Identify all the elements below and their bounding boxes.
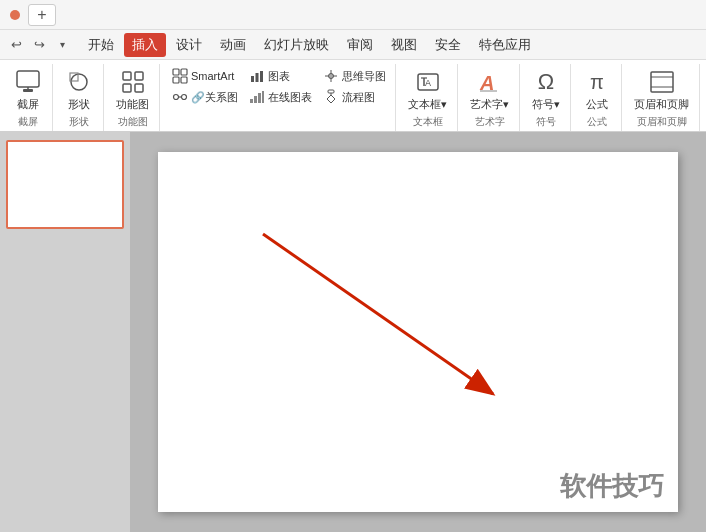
smartart-icon: [171, 67, 189, 85]
online-chart-label: 在线图表: [268, 90, 312, 105]
title-bar: +: [0, 0, 706, 30]
svg-point-3: [71, 74, 87, 90]
ribbon-group-label-symbol: 符号: [528, 115, 564, 131]
ribbon-group-label-textbox: 文本框: [404, 115, 451, 131]
chart-button[interactable]: 图表: [245, 66, 315, 86]
ribbon-group-label-funcchart: 功能图: [112, 115, 153, 131]
textbox-label: 文本框▾: [408, 98, 447, 111]
relation-button[interactable]: 🔗关系图: [168, 87, 241, 107]
ribbon-group-header: 页眉和页脚 页眉和页脚: [624, 64, 700, 131]
shape-label: 形状: [68, 98, 90, 111]
svg-rect-18: [260, 71, 263, 82]
symbol-icon: Ω: [532, 68, 560, 96]
main-area: 软件技巧: [0, 132, 706, 532]
svg-text:A: A: [425, 78, 431, 88]
canvas-area[interactable]: 软件技巧: [130, 132, 706, 532]
flowchart-button[interactable]: 流程图: [319, 87, 389, 107]
formula-icon: π: [583, 68, 611, 96]
ribbon-group-shape: 形状 形状: [55, 64, 104, 131]
ribbon: 截屏 截屏 形状 形状 功能图 功能图: [0, 60, 706, 132]
title-dot: [10, 10, 20, 20]
arrow-svg: [158, 152, 678, 512]
screenshot-label: 截屏: [17, 98, 39, 111]
menu-review[interactable]: 审阅: [339, 33, 381, 57]
online-chart-icon: [248, 88, 266, 106]
ribbon-group-label-charts: [168, 129, 389, 131]
ribbon-group-label-screenshot: 截屏: [10, 115, 46, 131]
relation-label: 🔗关系图: [191, 90, 238, 105]
svg-rect-37: [651, 72, 673, 92]
svg-point-13: [174, 95, 179, 100]
menu-start[interactable]: 开始: [80, 33, 122, 57]
symbol-label: 符号▾: [532, 98, 560, 111]
svg-rect-9: [173, 69, 179, 75]
slide-thumbnail-1[interactable]: [6, 140, 124, 229]
ribbon-group-formula: π 公式 公式: [573, 64, 622, 131]
charts-col-2: 图表 在线图表: [245, 66, 315, 107]
menu-slideshow[interactable]: 幻灯片放映: [256, 33, 337, 57]
menu-design[interactable]: 设计: [168, 33, 210, 57]
formula-button[interactable]: π 公式: [579, 66, 615, 113]
formula-label: 公式: [586, 98, 608, 111]
svg-rect-11: [173, 77, 179, 83]
ribbon-group-arttext: A 艺术字▾ 艺术字: [460, 64, 520, 131]
menu-animation[interactable]: 动画: [212, 33, 254, 57]
menu-features[interactable]: 特色应用: [471, 33, 539, 57]
arttext-button[interactable]: A 艺术字▾: [466, 66, 513, 113]
svg-rect-7: [123, 84, 131, 92]
watermark: 软件技巧: [546, 461, 678, 512]
arttext-label: 艺术字▾: [470, 98, 509, 111]
svg-point-23: [329, 74, 334, 79]
header-footer-button[interactable]: 页眉和页脚: [630, 66, 693, 113]
online-chart-button[interactable]: 在线图表: [245, 87, 315, 107]
ribbon-group-funcchart: 功能图 功能图: [106, 64, 160, 131]
svg-rect-20: [254, 96, 257, 103]
svg-rect-5: [123, 72, 131, 80]
symbol-button[interactable]: Ω 符号▾: [528, 66, 564, 113]
smartart-button[interactable]: SmartArt: [168, 66, 241, 86]
ribbon-group-textbox: A 文本框▾ 文本框: [398, 64, 458, 131]
ribbon-group-label-shape: 形状: [61, 115, 97, 131]
svg-rect-21: [258, 93, 261, 103]
chart-icon: [248, 67, 266, 85]
chart-label: 图表: [268, 69, 290, 84]
ribbon-group-label-arttext: 艺术字: [466, 115, 513, 131]
dropdown-arrow[interactable]: ▾: [52, 35, 72, 55]
svg-rect-22: [262, 91, 264, 103]
ribbon-group-label-header: 页眉和页脚: [630, 115, 693, 131]
svg-rect-17: [256, 73, 259, 82]
svg-rect-19: [250, 99, 253, 103]
charts-col-1: SmartArt 🔗关系图: [168, 66, 241, 107]
screenshot-button[interactable]: 截屏: [10, 66, 46, 113]
relation-icon: [171, 88, 189, 106]
ribbon-group-date: 日▾ 日▾: [702, 64, 706, 131]
menu-view[interactable]: 视图: [383, 33, 425, 57]
menu-insert[interactable]: 插入: [124, 33, 166, 57]
undo-button[interactable]: ↩: [6, 35, 26, 55]
mindmap-button[interactable]: 思维导图: [319, 66, 389, 86]
mindmap-icon: [322, 67, 340, 85]
svg-rect-16: [251, 76, 254, 82]
svg-rect-10: [181, 69, 187, 75]
shape-button[interactable]: 形状: [61, 66, 97, 113]
header-footer-label: 页眉和页脚: [634, 98, 689, 111]
mindmap-label: 思维导图: [342, 69, 386, 84]
slide-panel: [0, 132, 130, 532]
svg-marker-29: [327, 95, 335, 103]
header-footer-icon: [648, 68, 676, 96]
textbox-button[interactable]: A 文本框▾: [404, 66, 451, 113]
flowchart-icon: [322, 88, 340, 106]
new-tab-button[interactable]: +: [28, 4, 56, 26]
svg-line-46: [263, 234, 493, 394]
funcchart-label: 功能图: [116, 98, 149, 111]
screenshot-icon: [14, 68, 42, 96]
funcchart-button[interactable]: 功能图: [112, 66, 153, 113]
svg-point-14: [182, 95, 187, 100]
smartart-label: SmartArt: [191, 70, 234, 82]
flowchart-label: 流程图: [342, 90, 375, 105]
svg-rect-1: [23, 89, 33, 92]
menu-security[interactable]: 安全: [427, 33, 469, 57]
redo-button[interactable]: ↪: [29, 35, 49, 55]
svg-rect-8: [135, 84, 143, 92]
slide-canvas[interactable]: 软件技巧: [158, 152, 678, 512]
